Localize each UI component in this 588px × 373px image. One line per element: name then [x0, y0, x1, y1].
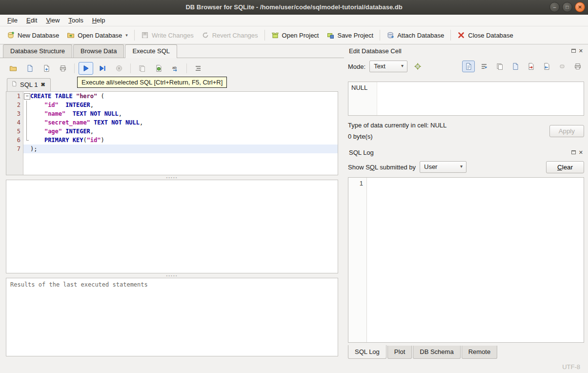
find-replace-icon[interactable]: ab — [168, 62, 182, 75]
cell-editor[interactable]: NULL — [348, 82, 584, 116]
sql-log-title: SQL Log — [349, 149, 571, 156]
text-view-icon[interactable] — [462, 61, 475, 72]
save-sql-file-icon[interactable] — [22, 62, 37, 75]
dock-close-icon[interactable]: ✕ — [579, 48, 583, 54]
new-database-button[interactable]: New Database — [3, 29, 63, 41]
attach-database-icon — [386, 31, 394, 39]
attach-database-button[interactable]: Attach Database — [383, 29, 448, 41]
open-project-icon — [271, 31, 279, 39]
sql-1-tab-label: SQL 1 — [20, 81, 38, 88]
toolbar-separator — [186, 63, 187, 73]
cell-size-info: 0 byte(s) — [348, 133, 446, 140]
dock-tab-remote[interactable]: Remote — [462, 346, 498, 359]
save-project-button[interactable]: Save Project — [323, 29, 377, 41]
document-tabs: Database Structure Browse Data Execute S… — [0, 44, 344, 58]
open-database-button[interactable]: Open Database ▾ — [63, 29, 132, 41]
sql-1-tab-close-icon[interactable]: ✖ — [41, 82, 45, 88]
dock-tab-bar: SQL Log Plot DB Schema Remote — [348, 346, 584, 360]
minimize-button[interactable]: ‒ — [549, 2, 560, 12]
apply-button[interactable]: Apply — [549, 125, 584, 137]
tab-database-structure[interactable]: Database Structure — [3, 44, 72, 58]
open-project-button[interactable]: Open Project — [267, 29, 323, 41]
statusbar: UTF-8 — [0, 360, 588, 373]
dock-tab-db-schema[interactable]: DB Schema — [413, 346, 460, 359]
sql-log-dock-header: SQL Log ✕ — [348, 147, 584, 158]
sql-log-filter-row: Show SQL submitted by User Clear — [348, 160, 584, 174]
sql-log-filter-select[interactable]: User — [420, 161, 466, 173]
dock-close-icon[interactable]: ✕ — [579, 150, 583, 155]
export-results-icon[interactable] — [151, 62, 166, 75]
mode-label: Mode: — [348, 63, 365, 70]
revert-changes-button[interactable]: Revert Changes — [198, 29, 262, 41]
tab-browse-data[interactable]: Browse Data — [73, 44, 124, 58]
results-grid[interactable] — [6, 180, 338, 273]
close-button[interactable]: ✕ — [575, 2, 585, 12]
encoding-indicator[interactable]: UTF-8 — [562, 363, 580, 371]
main-toolbar: New Database Open Database ▾ Write Chang… — [0, 26, 588, 44]
dock-float-icon[interactable] — [571, 150, 576, 154]
menu-file[interactable]: File — [3, 15, 22, 25]
save-sql-as-icon[interactable] — [39, 62, 54, 75]
paste-cell-icon[interactable] — [509, 61, 522, 72]
left-pane: Database Structure Browse Data Execute S… — [0, 44, 344, 360]
edit-cell-title: Edit Database Cell — [349, 47, 571, 55]
dock-tab-plot[interactable]: Plot — [387, 346, 412, 359]
copy-cell-icon[interactable] — [493, 61, 506, 72]
splitter-handle[interactable]: ••••• — [6, 273, 338, 278]
menu-view[interactable]: View — [41, 15, 64, 25]
sql-log-line-number: 1 — [348, 178, 366, 187]
cell-type-info: Type of data currently in cell: NULL — [348, 122, 446, 129]
copy-results-icon[interactable] — [135, 62, 149, 75]
sql-log-area[interactable]: 1 — [348, 177, 584, 343]
write-changes-icon — [141, 31, 149, 39]
cell-info-row: Type of data currently in cell: NULL 0 b… — [348, 122, 584, 140]
open-sql-file-icon[interactable] — [6, 62, 20, 75]
clear-log-button[interactable]: Clear — [546, 161, 584, 173]
open-database-icon — [67, 31, 75, 39]
svg-text:ab: ab — [172, 65, 177, 70]
tab-execute-sql[interactable]: Execute SQL — [125, 44, 177, 58]
menu-edit[interactable]: Edit — [22, 15, 41, 25]
dock-float-icon[interactable] — [571, 49, 576, 53]
titlebar: DB Browser for SQLite - /home/user/code/… — [0, 0, 588, 15]
print-cell-icon[interactable] — [571, 61, 584, 72]
results-message-pane[interactable]: Results of the last executed statements — [6, 278, 338, 356]
sql-log-filter-label: Show SQL submitted by — [348, 164, 416, 171]
sql-log-filter-value: User — [424, 163, 437, 170]
export-cell-icon[interactable] — [525, 61, 537, 72]
mode-select[interactable]: Text — [369, 61, 407, 72]
sql-editor[interactable]: 1CREATE TABLE "hero" (2 "id" INTEGER,3 "… — [6, 91, 338, 175]
toolbar-separator — [130, 63, 131, 73]
sql-1-tab[interactable]: SQL 1 ✖ — [7, 78, 51, 91]
execute-line-icon[interactable] — [95, 62, 110, 75]
import-data-icon[interactable] — [411, 61, 424, 72]
print-sql-icon[interactable] — [56, 62, 70, 75]
stop-execution-icon[interactable] — [112, 62, 126, 75]
app-window: DB Browser for SQLite - /home/user/code/… — [0, 0, 588, 373]
open-database-dropdown-icon[interactable]: ▾ — [125, 33, 128, 38]
menu-help[interactable]: Help — [88, 15, 110, 25]
write-changes-button[interactable]: Write Changes — [137, 29, 198, 41]
close-database-icon — [457, 31, 465, 39]
menu-tools[interactable]: Tools — [64, 15, 87, 25]
results-placeholder: Results of the last executed statements — [10, 281, 148, 288]
window-title: DB Browser for SQLite - /home/user/code/… — [0, 3, 588, 11]
format-sql-icon[interactable] — [191, 62, 205, 75]
splitter-handle[interactable]: ••••• — [6, 175, 338, 180]
toolbar-separator — [450, 30, 451, 41]
dock-tab-sql-log[interactable]: SQL Log — [348, 345, 386, 359]
toolbar-separator — [134, 30, 135, 41]
execute-sql-panel: ab Execute all/selected SQL [Ctrl+Return… — [0, 58, 344, 360]
toolbar-separator — [74, 63, 75, 73]
edit-cell-dock-header: Edit Database Cell ✕ — [348, 45, 584, 56]
execute-tooltip: Execute all/selected SQL [Ctrl+Return, F… — [77, 77, 227, 88]
word-wrap-icon[interactable] — [478, 61, 490, 72]
maximize-button[interactable]: □ — [562, 2, 572, 12]
set-null-icon[interactable] — [556, 61, 568, 72]
cell-value: NULL — [351, 84, 367, 91]
execute-all-icon[interactable] — [79, 62, 93, 75]
close-database-button[interactable]: Close Database — [453, 29, 517, 41]
execute-sql-toolbar: ab — [6, 60, 338, 77]
mode-select-value: Text — [374, 62, 385, 70]
import-cell-icon[interactable] — [540, 61, 553, 72]
